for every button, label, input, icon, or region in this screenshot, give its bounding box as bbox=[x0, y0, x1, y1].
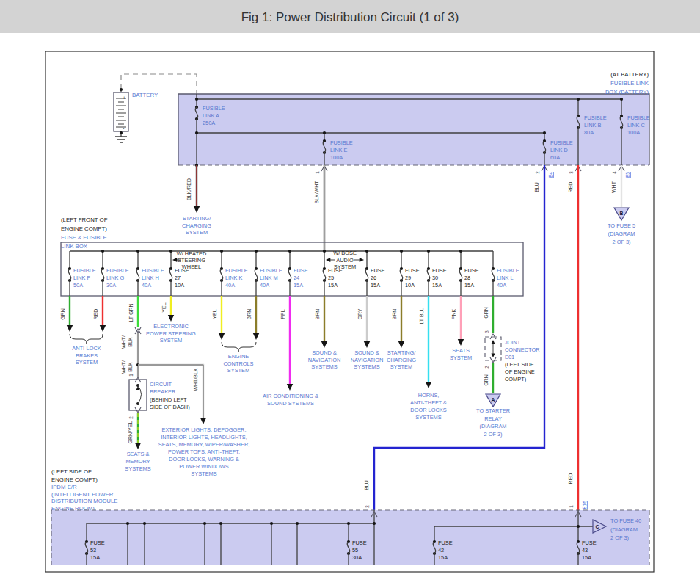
battery-plus-sign: + bbox=[123, 95, 125, 101]
wire-color-label: PPL bbox=[280, 309, 285, 319]
pin-1: 1 bbox=[315, 171, 320, 174]
ipdm-location-label: (LEFT SIDE OFENGINE COMPT) bbox=[51, 468, 98, 483]
battery-label: BATTERY bbox=[132, 92, 158, 98]
fusible-link-box-fill bbox=[178, 94, 649, 165]
system-sound-nav-2: SOUND &NAVIGATIONSYSTEMS bbox=[351, 349, 383, 370]
wire-color-label: YEL bbox=[161, 302, 167, 312]
ipdm-pin-1: 1 bbox=[569, 505, 574, 508]
wire-color-label: BRN bbox=[315, 309, 320, 320]
wire-color-label: GRY bbox=[357, 308, 362, 319]
circuit-breaker-location: (BEHIND LEFTSIDE OF DASH) bbox=[150, 396, 190, 410]
wire-color-label: LT BLU bbox=[419, 307, 424, 324]
system-starting-charging-2: STARTING/CHARGINGSYSTEM bbox=[387, 349, 416, 370]
ipdm-pin-2: 2 bbox=[365, 505, 370, 508]
fusible-link-box-battery: FUSIBLELINK A250A FUSIBLELINK E100A FUSI… bbox=[178, 94, 650, 178]
wire-color-label: BRN bbox=[247, 309, 252, 320]
system-seats-memory: SEATS &MEMORYSYSTEMS bbox=[125, 451, 150, 472]
system-seats: SEATSSYSTEM bbox=[450, 347, 472, 361]
joint-pin-2: 2 bbox=[484, 366, 489, 369]
connector-link-e4[interactable]: E4 bbox=[548, 172, 553, 178]
power-distribution-diagram: Fig 1: Power Distribution Circuit (1 of … bbox=[0, 0, 700, 588]
connector-link-e16[interactable]: E16 bbox=[582, 501, 587, 509]
pin-4: 4 bbox=[612, 171, 617, 174]
offpage-connector-b-letter: B bbox=[620, 211, 624, 216]
wire-color-label: BLK/RED bbox=[186, 178, 192, 200]
wire-color-label: BLK/WHT bbox=[314, 181, 319, 204]
note-bose-top: W/ BOSE bbox=[333, 250, 357, 256]
wire-color-label: BLU bbox=[534, 182, 539, 192]
wire-color-label: GRN/YEL bbox=[128, 421, 133, 444]
breaker-pin-2: 2 bbox=[128, 416, 134, 419]
breaker-pin-1: 1 bbox=[128, 374, 134, 377]
pin-2: 2 bbox=[535, 171, 540, 174]
ipdm-box: FUSE5315A FUSE5530A FUSE4215A FUSE4315A … bbox=[51, 501, 649, 565]
wire-color-label: BLU bbox=[364, 480, 369, 490]
wiring-diagram-page: Fig 1: Power Distribution Circuit (1 of … bbox=[0, 0, 700, 588]
wire-color-label: WHT bbox=[611, 181, 616, 193]
wire-color-label: WHT/BLK bbox=[193, 368, 198, 391]
wire-color-label: RED bbox=[568, 473, 573, 484]
figure-title: Fig 1: Power Distribution Circuit (1 of … bbox=[241, 10, 459, 24]
wire-color-label: BRN bbox=[392, 309, 397, 320]
system-sound-nav-1: SOUND &NAVIGATIONSYSTEMS bbox=[308, 349, 340, 370]
wire-color-label: RED bbox=[568, 182, 573, 193]
pin-3: 3 bbox=[569, 171, 574, 174]
system-anti-lock-brakes: ANTI-LOCKBRAKESSYSTEM bbox=[72, 345, 101, 366]
wire-color-label: GRN bbox=[60, 308, 65, 320]
offpage-connector-c-letter: C bbox=[596, 524, 599, 529]
wire-color-label: GRN bbox=[484, 307, 489, 319]
wire-color-label: PNK bbox=[451, 308, 456, 319]
ipdm-box-fill bbox=[51, 510, 649, 565]
system-starting-charging-1: STARTING/CHARGINGSYSTEM bbox=[182, 215, 211, 236]
offpage-connector-a-letter: A bbox=[492, 397, 495, 402]
top-box-location-label: (AT BATTERY) bbox=[610, 71, 649, 78]
wire-color-label: RED bbox=[93, 309, 98, 320]
joint-pin-3: 3 bbox=[484, 330, 489, 333]
note-bose-mid: AUDIO bbox=[336, 257, 354, 264]
wire-color-label: GRN bbox=[484, 374, 489, 386]
connector-link-e5[interactable]: E5 bbox=[625, 172, 630, 178]
wire-color-label: LT GRN bbox=[128, 303, 134, 322]
system-air-conditioning: AIR CONDITIONING &SOUND SYSTEMS bbox=[263, 393, 318, 407]
wire-color-label: YEL bbox=[212, 309, 217, 319]
note-bose-bot: SYSTEM bbox=[334, 264, 356, 270]
